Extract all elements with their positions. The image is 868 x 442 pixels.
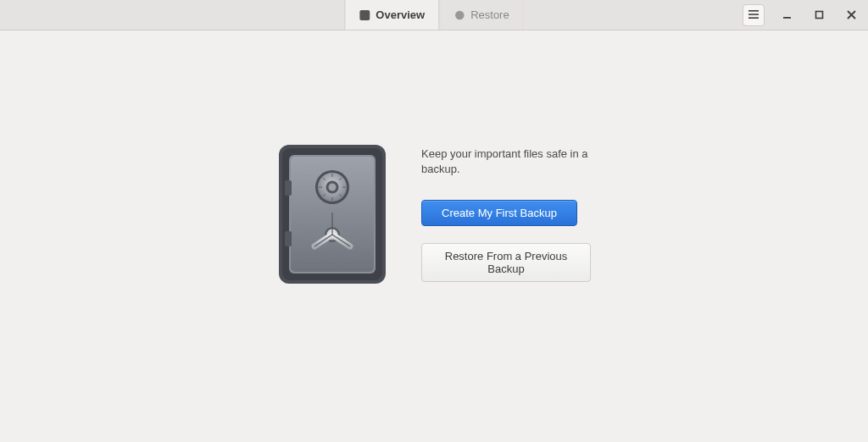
hamburger-icon — [748, 8, 759, 21]
svg-rect-4 — [748, 14, 759, 15]
hamburger-menu-button[interactable] — [743, 4, 765, 26]
tab-restore[interactable]: Restore — [439, 0, 524, 30]
svg-rect-6 — [783, 17, 791, 19]
safe-icon — [277, 143, 387, 287]
minimize-icon — [782, 10, 792, 19]
create-first-backup-button[interactable]: Create My First Backup — [421, 200, 577, 226]
tab-overview[interactable]: Overview — [344, 0, 439, 30]
svg-rect-13 — [285, 231, 292, 246]
welcome-text-column: Keep your important files safe in a back… — [421, 143, 591, 299]
close-icon — [847, 10, 856, 19]
close-button[interactable] — [841, 5, 861, 25]
svg-rect-12 — [285, 180, 292, 196]
overview-icon — [359, 9, 370, 21]
main-content: Keep your important files safe in a back… — [0, 30, 868, 442]
svg-rect-5 — [748, 17, 759, 19]
svg-rect-3 — [748, 10, 759, 12]
minimize-button[interactable] — [776, 5, 797, 25]
welcome-lead-text: Keep your important files safe in a back… — [421, 146, 591, 176]
maximize-button[interactable] — [809, 5, 829, 25]
window-controls — [743, 4, 861, 26]
tab-restore-label: Restore — [470, 8, 509, 21]
maximize-icon — [815, 10, 824, 19]
restore-icon — [453, 9, 465, 21]
headerbar: Overview Restore — [0, 0, 868, 30]
svg-rect-1 — [363, 13, 367, 17]
tab-overview-label: Overview — [376, 8, 425, 21]
restore-previous-backup-button[interactable]: Restore From a Previous Backup — [421, 243, 591, 282]
view-switcher: Overview Restore — [344, 0, 523, 30]
svg-rect-7 — [815, 12, 822, 19]
svg-point-25 — [329, 183, 337, 191]
welcome-panel: Keep your important files safe in a back… — [277, 143, 591, 299]
